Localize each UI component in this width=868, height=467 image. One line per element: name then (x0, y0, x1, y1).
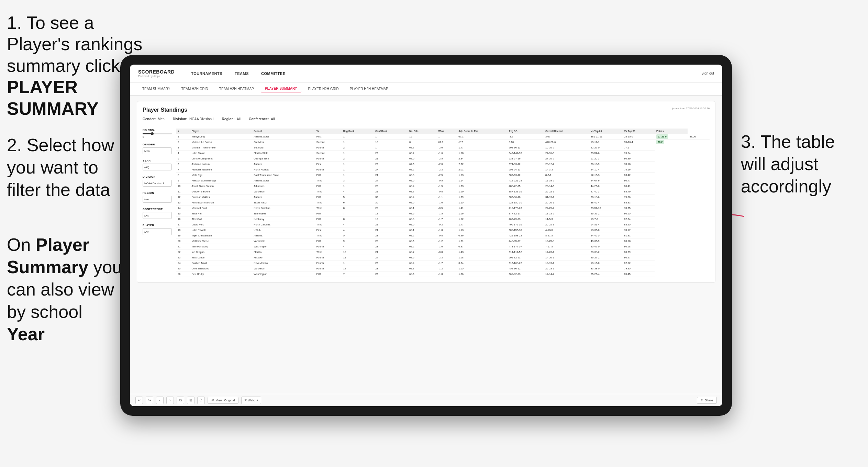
sec-nav-team-summary[interactable]: TEAM SUMMARY (138, 86, 175, 92)
instruction-1-bold: PLAYER SUMMARY (7, 77, 99, 118)
app-header: SCOREBOARD Powered by dippa TOURNAMENTS … (130, 65, 722, 82)
region-select[interactable]: N/A (143, 196, 172, 203)
sign-out-link[interactable]: Sign out (701, 71, 714, 75)
filter-region-section: Region N/A (143, 191, 172, 203)
instruction-4-pre: On (7, 235, 36, 255)
filter-region: Region: All (222, 117, 241, 121)
col-vs-top50: Vs Top 50 (622, 129, 655, 134)
filter-conference-section: Conference (All) (143, 208, 172, 219)
table-header-row: # Player School Yr Reg Rank Conf Rank No… (176, 129, 710, 134)
slider-track[interactable] (143, 133, 172, 134)
col-reg-rank: Reg Rank (342, 129, 374, 134)
watch-icon-btn[interactable]: 👁 Watch ▾ (241, 397, 261, 404)
sec-nav-player-summary[interactable]: PLAYER SUMMARY (261, 85, 301, 92)
nav-teams[interactable]: TEAMS (229, 69, 254, 78)
main-nav: TOURNAMENTS TEAMS COMMITTEE (186, 69, 701, 78)
logo-sub: Powered by dippa (138, 75, 175, 78)
nav-tournaments[interactable]: TOURNAMENTS (186, 69, 228, 78)
sec-nav-player-h2h-heatmap[interactable]: PLAYER H2H HEATMAP (346, 86, 392, 92)
table-row[interactable]: 1Wenyi DingArizona StateFirst1115167.1-3… (176, 134, 710, 140)
table-area: # Player School Yr Reg Rank Conf Rank No… (176, 129, 710, 277)
table-row[interactable]: 22Ian GilliganFloridaThird102468.7-0.81.… (176, 249, 710, 255)
table-row[interactable]: 6Jackson KoivunAuburnFirst12767.5-2.02.7… (176, 162, 710, 167)
conference-select[interactable]: (All) (143, 212, 172, 219)
col-adj-score: Adj. Score to Par (457, 129, 507, 134)
paste-button[interactable]: ⊞ (187, 397, 194, 404)
sec-nav-team-h2h-grid[interactable]: TEAM H2H GRID (177, 86, 212, 92)
filter-conference: Conference: All (249, 117, 275, 121)
redo-button[interactable]: ↪ (146, 397, 153, 404)
main-content: Player Standings Gender: Men Division: N… (130, 96, 722, 394)
table-row[interactable]: 19Tiger ChristensenArizonaThird52369.2-0… (176, 233, 710, 238)
share-button[interactable]: ⬆ Share (697, 397, 717, 404)
col-vs-top25: Vs Top 25 (589, 129, 622, 134)
tablet-body: SCOREBOARD Powered by dippa TOURNAMENTS … (120, 55, 732, 416)
table-row[interactable]: 20Matthew RiedelVanderbiltFifth92368.5-1… (176, 238, 710, 244)
table-row[interactable]: 18Luke PowellUCLAFirst42469.1-1.81.13500… (176, 227, 710, 233)
tablet-device: SCOREBOARD Powered by dippa TOURNAMENTS … (120, 55, 732, 416)
filter-gender: Gender: Men (143, 117, 165, 121)
table-row[interactable]: 2Michael Le SassoOle MissSecond118067.1-… (176, 140, 710, 145)
share-label: Share (705, 399, 713, 402)
col-points: Points (655, 129, 688, 134)
forward-button[interactable]: › (166, 397, 174, 404)
instruction-2-line2: filter the data (7, 180, 110, 200)
col-school: School (252, 129, 314, 134)
year-select[interactable]: (All) (143, 164, 172, 170)
tablet-screen: SCOREBOARD Powered by dippa TOURNAMENTS … (130, 65, 722, 406)
table-row[interactable]: 4Luke ClatonFlorida StateSecond12768.2-1… (176, 151, 710, 156)
table-row[interactable]: 26Petr HrubyWashingtonFifth72568.6-1.81.… (176, 271, 710, 277)
table-row[interactable]: 3Michael ThorbjornsenStanfordFourth2168.… (176, 145, 710, 151)
slider-thumb[interactable] (151, 132, 154, 135)
table-row[interactable]: 14Maxwell FordNorth CarolinaThird82269.1… (176, 205, 710, 211)
nav-committee[interactable]: COMMITTEE (256, 69, 291, 78)
table-row[interactable]: 7Nicholas GabrieleNorth FloridaFourth127… (176, 167, 710, 173)
share-icon: ⬆ (701, 399, 703, 402)
filter-division: Division: NCAA Division I (173, 117, 214, 121)
instruction-2: 2. Select how you want to filter the dat… (7, 134, 117, 201)
table-row[interactable]: 8Mats EgeEast Tennessee StateFifth12468.… (176, 173, 710, 178)
filter-division-section: Division NCAA Division I (143, 175, 172, 187)
update-time: Update time: 27/03/2024 16:56:26 (671, 107, 710, 110)
instruction-4: On Player Summary you can also view by s… (7, 234, 124, 345)
col-rank: # (176, 129, 190, 134)
table-row[interactable]: 15Jake HallTennesseeFifth71868.6-1.51.66… (176, 211, 710, 216)
filter-year-section: Year (All) (143, 159, 172, 170)
sidebar-filters: No Rds. 0 Gender (143, 129, 172, 277)
table-row[interactable]: 23Jack LundinMissouriFourth112468.6-2.31… (176, 255, 710, 260)
table-row[interactable]: 25Cole SherwoodVanderbiltFourth122369.3-… (176, 266, 710, 271)
table-row[interactable]: 13Phichaksn MaichonTexas A&MThird63069.0… (176, 200, 710, 205)
table-row[interactable]: 9Preston SummerhaysArizona StateThird324… (176, 178, 710, 184)
col-avg-sg: Avg SG (507, 129, 544, 134)
undo-button[interactable]: ↩ (135, 397, 143, 404)
col-conf-rank: Conf Rank (374, 129, 408, 134)
division-select[interactable]: NCAA Division I (143, 180, 172, 187)
clock-button[interactable]: ⏱ (197, 397, 205, 404)
table-row[interactable]: 10Jacob Skov OlesenArkansasFifth12368.4-… (176, 184, 710, 189)
table-row[interactable]: 12Brendan ValdesAuburnFifth53768.4-1.11.… (176, 194, 710, 200)
table-row[interactable]: 16Alex GoffKentuckyFifth81968.3-1.71.924… (176, 216, 710, 222)
view-button[interactable]: 👁 View: Original (208, 397, 238, 404)
filter-no-rds: No Rds. 0 (143, 129, 172, 138)
standings-title: Player Standings (143, 107, 275, 113)
header-right: Sign out (701, 71, 714, 75)
copy-button[interactable]: ⧉ (177, 397, 184, 404)
sec-nav-player-h2h-grid[interactable]: PLAYER H2H GRID (304, 86, 343, 92)
logo-area: SCOREBOARD Powered by dippa (138, 69, 175, 78)
content-layout: No Rds. 0 Gender (143, 129, 710, 277)
table-row[interactable]: 17David FordNorth CarolinaThird42169.0-0… (176, 222, 710, 227)
gender-select[interactable]: Men (143, 147, 172, 154)
table-row[interactable]: 11Gordon SargentVanderbiltThird42168.7-0… (176, 189, 710, 194)
sec-nav-team-h2h-heatmap[interactable]: TEAM H2H HEATMAP (215, 86, 258, 92)
instruction-3-text: 3. The table will adjust accordingly (741, 132, 835, 196)
filter-player-section: Player (All) (143, 224, 172, 235)
back-button[interactable]: ‹ (156, 397, 164, 404)
table-row[interactable]: 24Bastien AmatNew MexicoFourth12769.4-1.… (176, 260, 710, 266)
table-row[interactable]: 21Taehoon SongWashingtonFourth42369.2-1.… (176, 244, 710, 249)
view-label: View: Original (216, 399, 235, 402)
secondary-nav: TEAM SUMMARY TEAM H2H GRID TEAM H2H HEAT… (130, 82, 722, 96)
logo-text: SCOREBOARD (138, 69, 175, 75)
player-select[interactable]: (All) (143, 228, 172, 235)
filters-row: Gender: Men Division: NCAA Division I Re… (143, 117, 275, 121)
table-row[interactable]: 5Christo LamprechtGeorgia TechFourth2216… (176, 156, 710, 162)
